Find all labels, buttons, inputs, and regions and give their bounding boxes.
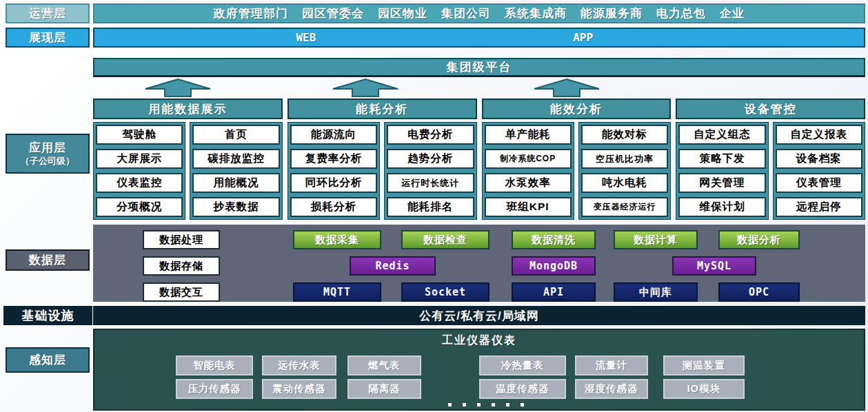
app-module: 设备档案: [776, 149, 862, 169]
protocol-box: Socket: [401, 282, 489, 302]
app-module: 水泵效率: [485, 173, 572, 193]
database-box: MySQL: [672, 256, 756, 276]
device-box: 湿度传感器: [575, 379, 648, 399]
database-box: Redis: [350, 256, 436, 276]
app-module: 变压器经济运行: [581, 197, 668, 217]
app-module: 自定义组态: [678, 125, 765, 145]
app-module: 用能概况: [192, 173, 279, 193]
device-box: 远传水表: [262, 356, 336, 375]
app-module: 运行时长统计: [387, 173, 474, 193]
infrastructure-bar: 公有云/私有云/局域网: [93, 306, 865, 325]
module-group: 单产能耗 制冷系统COP 水泵效率 班组KPI 能效对标 空压机比功率 吨水电耗…: [482, 122, 672, 220]
app-module: 策略下发: [678, 149, 765, 169]
dot: [492, 403, 495, 406]
perception-layer-panel: 工业仪器仪表 智能电表 远传水表 燃气表 冷热量表 流量计 测温装置 压力传感器…: [93, 329, 865, 411]
device-box: 燃气表: [347, 356, 421, 375]
database-box: MongoDB: [512, 256, 596, 276]
dot: [477, 403, 481, 406]
dot: [448, 403, 452, 406]
module-group: 能源流向 复费率分析 同环比分析 损耗分析 电费分析 趋势分析 运行时长统计 能…: [287, 122, 477, 220]
device-box: 隔离器: [347, 379, 421, 399]
operation-roles-bar: 政府管理部门 园区管委会 园区物业 集团公司 系统集成商 能源服务商 电力总包 …: [93, 3, 865, 23]
app-module: 仪表监控: [96, 173, 183, 193]
ellipsis-dots: [448, 403, 524, 406]
operation-role: 政府管理部门: [214, 6, 288, 21]
app-module: 制冷系统COP: [485, 149, 572, 169]
app-module: 驾驶舱: [96, 125, 183, 145]
protocol-box: OPC: [718, 282, 800, 302]
app-module: 趋势分析: [387, 149, 474, 169]
layer-label-perception: 感知层: [6, 347, 90, 373]
up-arrow-icon: [534, 79, 600, 97]
group-platform-bar: 集团级平台: [93, 58, 865, 77]
app-module: 班组KPI: [485, 197, 572, 217]
app-module: 能效对标: [581, 125, 668, 145]
layer-label-data: 数据层: [6, 249, 90, 271]
group-header-efficiency-analysis: 能效分析: [482, 99, 672, 119]
operation-role: 企业: [720, 6, 745, 21]
operation-role: 集团公司: [441, 6, 491, 21]
device-box: 智能电表: [176, 356, 253, 375]
app-module: 网关管理: [678, 173, 765, 193]
module-column: 自定义组态 策略下发 网关管理 维保计划: [676, 122, 768, 220]
data-step-box: 数据分析: [718, 230, 800, 249]
presentation-bar: WEB APP: [93, 28, 865, 48]
layer-label-infrastructure: 基础设施: [3, 306, 92, 325]
data-step-box: 数据采集: [293, 230, 381, 249]
layer-label-application-main: 应用层: [29, 141, 66, 155]
dot: [521, 403, 524, 406]
app-module: 抄表数据: [192, 197, 279, 217]
app-module: 能源流向: [290, 125, 377, 145]
app-module: 维保计划: [678, 197, 765, 217]
module-column: 自定义报表 设备档案 仪表管理 远程启停: [773, 122, 865, 220]
data-exchange-box: 数据交互: [143, 282, 220, 302]
app-module: 电费分析: [387, 125, 474, 145]
protocol-box: MQTT: [293, 282, 381, 302]
app-module: 能耗排名: [387, 197, 474, 217]
dot: [463, 403, 466, 406]
app-module: 损耗分析: [290, 197, 377, 217]
data-storage-box: 数据存储: [143, 256, 220, 276]
device-box: 测温装置: [663, 356, 745, 375]
module-group: 驾驶舱 大屏展示 仪表监控 分项概况 首页 碳排放监控 用能概况 抄表数据: [93, 122, 283, 220]
app-channel-label: APP: [573, 31, 593, 44]
dot: [506, 403, 509, 406]
up-arrow-icon: [145, 79, 211, 97]
web-channel-label: WEB: [296, 31, 316, 44]
module-column: 首页 碳排放监控 用能概况 抄表数据: [190, 122, 282, 220]
group-header-device-management: 设备管控: [676, 99, 865, 119]
app-module: 单产能耗: [485, 125, 572, 145]
energy-platform-architecture-diagram: 运营层 展现层 应用层 （子公司级） 数据层 基础设施 感知层 政府管理部门 园…: [0, 0, 868, 412]
perception-title: 工业仪器仪表: [94, 333, 864, 348]
layer-label-presentation: 展现层: [6, 28, 90, 48]
layer-label-application-sub: （子公司级）: [21, 156, 74, 167]
module-column: 驾驶舱 大屏展示 仪表监控 分项概况: [93, 122, 185, 220]
data-process-box: 数据处理: [143, 230, 220, 249]
protocol-box: API: [512, 282, 596, 302]
module-column: 电费分析 趋势分析 运行时长统计 能耗排名: [384, 122, 476, 220]
operation-role: 能源服务商: [581, 6, 643, 21]
app-module: 仪表管理: [776, 173, 862, 193]
protocol-box: 中间库: [614, 282, 698, 302]
app-module: 吨水电耗: [581, 173, 668, 193]
device-box: 温度传感器: [479, 379, 566, 399]
device-box: 震动传感器: [262, 379, 336, 399]
operation-role: 电力总包: [656, 6, 706, 21]
operation-role: 园区物业: [378, 6, 427, 21]
app-module: 碳排放监控: [192, 149, 279, 169]
module-column: 能效对标 空压机比功率 吨水电耗 变压器经济运行: [578, 122, 671, 220]
operation-role: 园区管委会: [302, 6, 364, 21]
device-box: 冷热量表: [479, 356, 566, 375]
app-module: 自定义报表: [776, 125, 862, 145]
group-header-energy-display: 用能数据展示: [93, 99, 283, 119]
app-module: 复费率分析: [290, 149, 377, 169]
layer-label-operation: 运营层: [6, 3, 90, 23]
device-box: 压力传感器: [176, 379, 253, 399]
data-step-box: 数据计算: [614, 230, 698, 249]
module-group: 自定义组态 策略下发 网关管理 维保计划 自定义报表 设备档案 仪表管理 远程启…: [676, 122, 865, 220]
data-step-box: 数据清洗: [512, 230, 596, 249]
data-step-box: 数据检查: [401, 230, 489, 249]
app-module: 分项概况: [96, 197, 183, 217]
app-module: 远程启停: [776, 197, 862, 217]
device-box: IO模块: [663, 379, 745, 399]
